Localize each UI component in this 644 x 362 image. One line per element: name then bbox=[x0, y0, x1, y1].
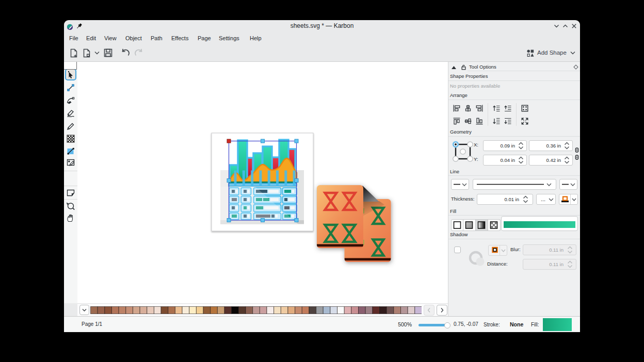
svg-text:...: ... bbox=[541, 196, 545, 202]
